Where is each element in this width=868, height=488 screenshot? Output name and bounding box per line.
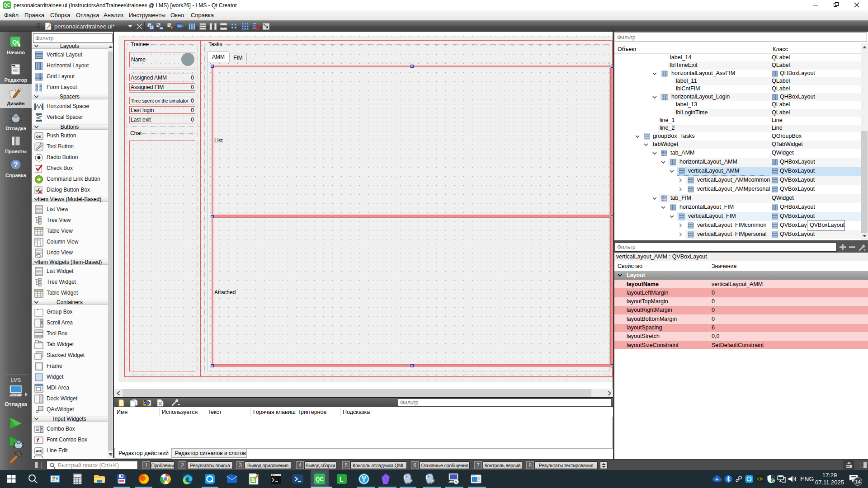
- svg-text:C:\: C:\: [272, 474, 275, 476]
- svg-text:QC: QC: [316, 476, 324, 483]
- svg-text:L: L: [340, 476, 344, 483]
- svg-text:?: ?: [14, 161, 18, 169]
- svg-text:AB: AB: [36, 449, 41, 453]
- svg-text:OK: OK: [36, 135, 42, 139]
- svg-text:123: 123: [177, 24, 184, 28]
